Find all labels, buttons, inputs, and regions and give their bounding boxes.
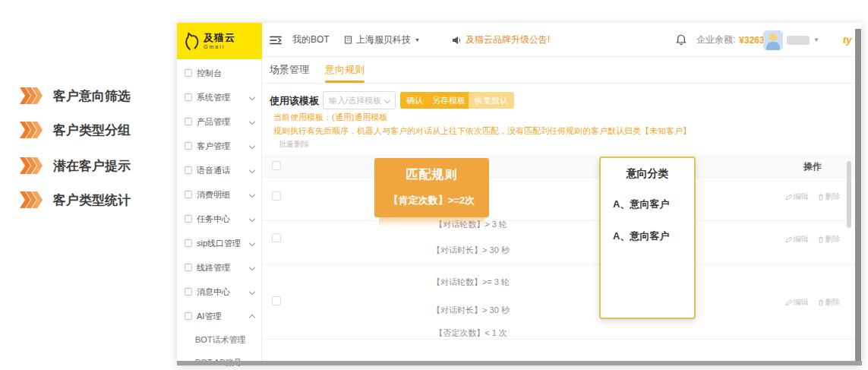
sidebar-subitem-bot-script[interactable]: BOT话术管理 — [177, 330, 262, 349]
reset-template-button[interactable]: 恢复默认 — [469, 92, 514, 109]
intent-item: A、意向客户 — [613, 229, 669, 243]
sidebar-item-label: 线路管理 — [197, 262, 230, 274]
sidebar-item-product[interactable]: 产品管理 — [177, 112, 262, 131]
delete-button[interactable]: 删除 — [818, 191, 841, 202]
chevron-down-icon — [249, 191, 255, 198]
triple-chevron-icon — [20, 87, 43, 104]
feature-bullet: 客户类型统计 — [20, 190, 131, 210]
trash-icon — [818, 299, 824, 306]
feature-bullet: 客户类型分组 — [20, 120, 131, 140]
sidebar-item-label: 消息中心 — [197, 286, 230, 298]
sidebar-item-label: 消费明细 — [197, 189, 230, 201]
tabs-divider — [262, 83, 862, 84]
app-window: 及猫云 Gmaii 控制台 系统管理 产品管理 客户管理 语音通话 消费明细 任… — [177, 23, 862, 365]
sidebar-subitem-label: BOT话术管理 — [195, 334, 246, 346]
edit-button[interactable]: 编辑 — [785, 234, 809, 245]
bell-icon — [676, 34, 687, 46]
username-redacted — [787, 36, 810, 45]
pencil-icon — [785, 236, 792, 243]
edit-button[interactable]: 编辑 — [785, 191, 809, 202]
task-center-icon — [185, 215, 192, 223]
table-scrollbar[interactable] — [847, 161, 851, 228]
tab-label: 意向规则 — [325, 64, 365, 75]
save-as-template-button[interactable]: 另存模板 — [426, 92, 472, 109]
main-content: 场景管理 意向规则 使用该模板 输入/选择模板 确认 另存模板 恢复默认 当前使… — [262, 57, 862, 361]
sidebar-item-voice-call[interactable]: 语音通话 — [177, 160, 262, 180]
template-select-placeholder: 输入/选择模板 — [329, 95, 381, 106]
company-selector[interactable]: 上海服贝科技 ▼ — [344, 23, 420, 57]
select-all-checkbox[interactable] — [272, 161, 281, 170]
announcement-link[interactable]: 及猫云品牌升级公告! — [452, 23, 550, 57]
sidebar-item-sip-line[interactable]: sip线口管理 — [177, 233, 262, 253]
chevron-down-icon — [249, 216, 255, 222]
delete-button[interactable]: 删除 — [818, 234, 841, 245]
sidebar-item-consumption[interactable]: 消费明细 — [177, 185, 262, 204]
sidebar-item-label: 客户管理 — [197, 141, 230, 152]
row-actions: 编辑 删除 — [780, 191, 845, 202]
brand-logo: 及猫云 Gmaii — [177, 23, 262, 59]
help-glyph: ty — [843, 34, 852, 46]
intent-item: A、意向客户 — [613, 198, 669, 211]
row-checkbox[interactable] — [272, 296, 281, 305]
window-scrollbar[interactable] — [855, 29, 861, 363]
sidebar-item-line-mgmt[interactable]: 线路管理 — [177, 258, 262, 277]
nav-my-bot[interactable]: 我的BOT — [292, 23, 330, 57]
sip-line-icon — [185, 239, 192, 247]
sidebar-item-console[interactable]: 控制台 — [177, 63, 262, 83]
sidebar-collapse-button[interactable] — [270, 23, 282, 57]
tab-intent-rules[interactable]: 意向规则 — [325, 63, 365, 77]
delete-label: 删除 — [825, 191, 841, 202]
sidebar-item-system[interactable]: 系统管理 — [177, 87, 262, 107]
current-template-note: 当前使用模板：(通用)通用模板 — [273, 112, 387, 123]
confirm-button[interactable]: 确认 — [400, 92, 429, 109]
product-icon — [185, 118, 192, 125]
chevron-up-icon — [249, 315, 255, 321]
chevron-down-icon — [249, 143, 255, 149]
row-checkbox[interactable] — [272, 191, 281, 201]
tab-label: 场景管理 — [270, 64, 309, 75]
building-icon — [344, 36, 352, 44]
chevron-down-icon — [384, 97, 390, 103]
row-checkbox[interactable] — [272, 233, 281, 242]
bullet-label: 客户意向筛选 — [53, 87, 131, 105]
template-select[interactable]: 输入/选择模板 — [323, 91, 396, 109]
console-icon — [185, 69, 192, 77]
floating-help-icon[interactable]: ty — [843, 23, 852, 57]
trash-icon — [818, 194, 824, 201]
delete-button[interactable]: 删除 — [818, 297, 841, 308]
rule-text: 【对话时长】> 30 秒 — [376, 305, 566, 316]
rule-text: 【对话时长】> 30 秒 — [376, 245, 566, 256]
message-center-icon — [185, 288, 192, 296]
edit-label: 编辑 — [794, 234, 809, 245]
sidebar-item-customer[interactable]: 客户管理 — [177, 136, 262, 156]
edit-label: 编辑 — [794, 297, 809, 308]
sidebar-item-message-center[interactable]: 消息中心 — [177, 282, 262, 302]
callout-rule: 【肯定次数】>=2次 — [374, 194, 489, 207]
pencil-icon — [785, 194, 792, 201]
caret-down-icon: ▼ — [415, 37, 420, 43]
intent-box-title: 意向分类 — [601, 167, 694, 181]
row-divider — [262, 339, 854, 340]
user-menu[interactable]: ▼ — [763, 23, 819, 57]
batch-delete-button[interactable]: 批量删除 — [279, 139, 309, 150]
chevron-down-icon — [249, 289, 255, 295]
edit-button[interactable]: 编辑 — [785, 297, 809, 308]
sidebar-item-task-center[interactable]: 任务中心 — [177, 209, 262, 229]
line-mgmt-icon — [185, 264, 192, 271]
collapse-menu-icon — [270, 35, 282, 46]
triple-chevron-icon — [20, 157, 43, 174]
rule-order-note: 规则执行有先后顺序，机器人与客户的对话从上往下依次匹配，没有匹配到任何规则的客户… — [273, 125, 691, 137]
ai-mgmt-icon — [185, 312, 192, 320]
company-name: 上海服贝科技 — [356, 33, 411, 46]
use-template-label: 使用该模板 — [270, 94, 319, 108]
row-actions: 编辑 删除 — [780, 234, 845, 245]
row-divider — [262, 177, 854, 178]
sidebar-item-ai-mgmt[interactable]: AI管理 — [177, 306, 262, 326]
notifications-button[interactable] — [676, 23, 687, 57]
sidebar-item-label: AI管理 — [197, 311, 221, 322]
match-rule-callout: 匹配规则 【肯定次数】>=2次 — [374, 158, 489, 217]
announcement-text: 及猫云品牌升级公告! — [466, 33, 550, 46]
tab-scene-mgmt[interactable]: 场景管理 — [270, 63, 309, 77]
chevron-down-icon — [249, 264, 255, 270]
window-bottom-scrollbar[interactable] — [177, 361, 862, 365]
